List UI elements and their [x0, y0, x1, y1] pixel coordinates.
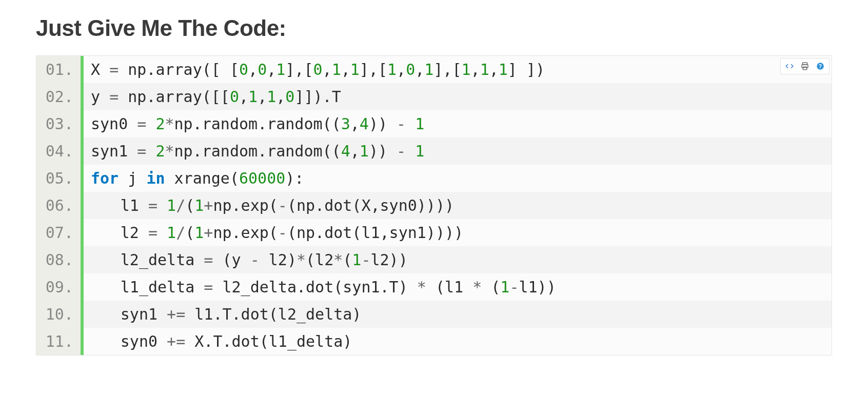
- code-token: T: [332, 88, 341, 106]
- code-token: j: [119, 169, 146, 187]
- code-line: 10.syn1 += l1.T.dot(l2_delta): [36, 301, 832, 328]
- code-line: 05.for j in xrange(60000):: [36, 165, 832, 192]
- line-number: 07.: [36, 219, 81, 246]
- code-token: np: [119, 61, 146, 78]
- code-token: 1: [332, 61, 341, 78]
- code-token: ],[: [285, 61, 313, 78]
- code-token: ,: [267, 61, 276, 78]
- code-token: -: [361, 251, 370, 269]
- code-token: y: [91, 88, 109, 106]
- code-token: l1_delta: [121, 278, 204, 296]
- line-number: 03.: [36, 110, 81, 137]
- code-token: 1: [499, 61, 508, 78]
- code-token: np: [174, 142, 193, 160]
- code-token: )): [369, 142, 397, 160]
- code-content: l1_delta = l2_delta.dot(syn1.T) * (l1 * …: [84, 273, 832, 301]
- code-token: 1: [352, 251, 361, 269]
- code-token: l1: [185, 305, 213, 323]
- help-icon[interactable]: ?: [815, 61, 826, 72]
- print-icon[interactable]: [799, 61, 811, 72]
- code-token: *: [297, 251, 306, 269]
- code-token: 0: [230, 88, 239, 106]
- code-token: ] ]): [508, 61, 545, 78]
- code-token: =: [109, 61, 119, 78]
- code-token: .: [193, 115, 202, 133]
- code-token: 60000: [239, 169, 285, 187]
- code-token: syn1: [91, 142, 137, 160]
- code-token: (: [269, 196, 278, 214]
- code-token: 1: [194, 224, 204, 242]
- code-token: [157, 196, 167, 214]
- code-token: 1: [462, 61, 471, 78]
- code-token: (np: [287, 224, 315, 242]
- code-token: .: [146, 61, 155, 78]
- code-token: ,: [258, 88, 267, 106]
- code-token: /: [176, 224, 185, 242]
- code-token: 1: [415, 115, 424, 133]
- code-token: .: [232, 196, 241, 214]
- code-token: ((: [323, 115, 341, 133]
- code-token: array: [155, 61, 202, 78]
- code-token: (l1_delta): [260, 332, 352, 350]
- code-token: =: [137, 142, 146, 160]
- code-token: for: [91, 169, 119, 187]
- code-token: X: [185, 332, 204, 350]
- code-token: [146, 115, 155, 133]
- line-number: 04.: [36, 137, 81, 165]
- article-section: Just Give Me The Code: ?: [0, 0, 868, 376]
- code-token: X: [91, 61, 109, 78]
- code-token: in: [146, 169, 165, 187]
- code-token: [406, 142, 415, 160]
- code-token: 1: [387, 61, 397, 78]
- code-line: 07.l2 = 1/(1+np.exp(-(np.dot(l1,syn1)))): [36, 219, 832, 246]
- code-token: +: [204, 224, 213, 242]
- section-heading: Just Give Me The Code:: [36, 15, 832, 41]
- line-number: 10.: [36, 301, 81, 328]
- code-content: X = np.array([ [0,0,1],[0,1,1],[1,0,1],[…: [84, 56, 832, 83]
- code-token: (l2_delta): [269, 305, 362, 323]
- code-token: ],[: [360, 61, 387, 78]
- code-token: .: [232, 224, 241, 242]
- code-token: ,: [415, 61, 424, 78]
- view-source-icon[interactable]: [784, 61, 795, 72]
- code-token: ],[: [433, 61, 461, 78]
- code-token: (: [185, 224, 194, 242]
- code-token: 4: [341, 142, 350, 160]
- code-token: (: [343, 251, 352, 269]
- code-token: (: [269, 224, 278, 242]
- code-token: .: [193, 142, 202, 160]
- code-token: .: [258, 115, 267, 133]
- code-token: ,: [471, 61, 480, 78]
- code-token: 1: [194, 196, 204, 214]
- code-token: 4: [360, 115, 369, 133]
- code-token: .: [222, 332, 231, 350]
- code-token: 1: [167, 196, 176, 214]
- code-token: +: [204, 196, 213, 214]
- code-token: random: [202, 142, 258, 160]
- line-number: 11.: [36, 328, 81, 355]
- code-line: 01.X = np.array([ [0,0,1],[0,1,1],[1,0,1…: [36, 56, 832, 83]
- code-line: 04.syn1 = 2*np.random.random((4,1)) - 1: [36, 137, 832, 165]
- code-token: [406, 115, 415, 133]
- code-token: np: [119, 88, 146, 106]
- code-token: ,: [489, 61, 499, 78]
- code-toolbar: ?: [780, 58, 830, 74]
- code-token: *: [165, 115, 174, 133]
- code-content: syn1 += l1.T.dot(l2_delta): [84, 301, 832, 328]
- code-token: (l2: [306, 251, 333, 269]
- code-token: =: [204, 278, 213, 296]
- code-token: 1: [248, 88, 258, 106]
- code-token: array: [155, 88, 202, 106]
- code-content: y = np.array([[0,1,1,0]]).T: [84, 83, 832, 110]
- code-token: .: [146, 88, 155, 106]
- code-token: +: [167, 305, 176, 323]
- code-content: syn0 += X.T.dot(l1_delta): [84, 328, 832, 355]
- code-token: 1: [350, 61, 360, 78]
- code-token: .: [204, 332, 213, 350]
- code-token: .: [258, 142, 267, 160]
- code-token: l2)): [370, 251, 407, 269]
- code-token: ,: [350, 142, 360, 160]
- svg-text:?: ?: [819, 63, 822, 69]
- code-token: T: [222, 305, 231, 323]
- code-token: (l1: [426, 278, 472, 296]
